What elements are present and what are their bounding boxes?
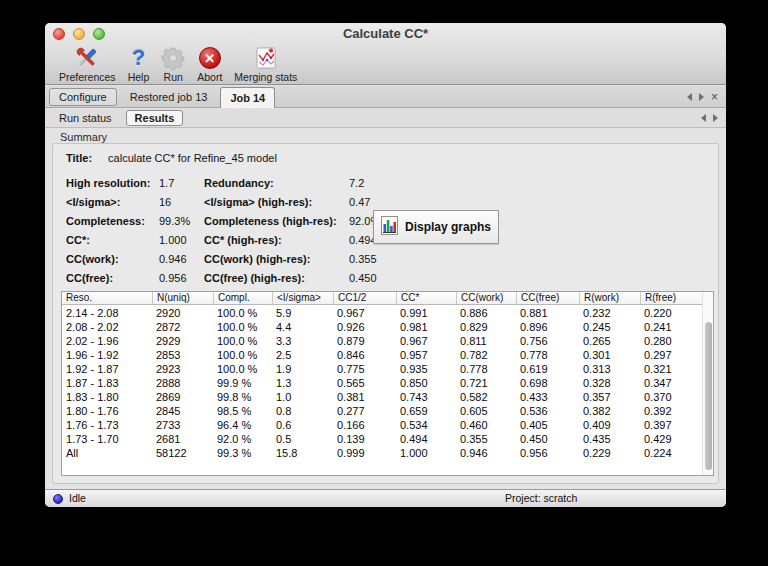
- table-cell: 2.02 - 1.96: [62, 334, 152, 348]
- table-cell: 5.9: [272, 306, 333, 320]
- summary-stat-label: <I/sigma>:: [66, 196, 159, 208]
- table-row[interactable]: 1.80 - 1.76284598.5 %0.80.2770.6590.6050…: [62, 404, 702, 418]
- column-header[interactable]: R(work): [579, 292, 640, 304]
- column-header[interactable]: CC1/2: [333, 292, 396, 304]
- summary-stat-label: CC(work):: [66, 253, 159, 265]
- table-row[interactable]: All5812299.3 %15.80.9991.0000.9460.9560.…: [62, 446, 702, 460]
- table-cell: 0.946: [456, 446, 516, 460]
- table-cell: 0.981: [396, 320, 456, 334]
- toolbar: Preferences ? Help Run ✕: [45, 45, 726, 85]
- summary-stat-label: <I/sigma> (high-res):: [204, 196, 349, 208]
- toolbar-item-label: Help: [128, 71, 150, 83]
- table-cell: 0.277: [333, 404, 396, 418]
- table-cell: 0.347: [640, 376, 702, 390]
- table-cell: 0.382: [579, 404, 640, 418]
- table-cell: 0.409: [579, 418, 640, 432]
- table-cell: 1.3: [272, 376, 333, 390]
- results-pane: Summary Title:calculate CC* for Refine_4…: [45, 129, 726, 489]
- table-cell: 0.370: [640, 390, 702, 404]
- tab-job-14[interactable]: Job 14: [220, 87, 275, 108]
- column-header[interactable]: N(uniq): [152, 292, 213, 304]
- close-tab-icon[interactable]: ×: [711, 92, 718, 102]
- table-cell: 1.92 - 1.87: [62, 362, 152, 376]
- summary-stat-label: CC*:: [66, 234, 159, 246]
- table-cell: 0.397: [640, 418, 702, 432]
- tab-restored-job-13[interactable]: Restored job 13: [121, 89, 217, 105]
- table-cell: 0.846: [333, 348, 396, 362]
- job-title-row: Title:calculate CC* for Refine_45 model: [66, 152, 277, 164]
- preferences-button[interactable]: Preferences: [53, 45, 122, 85]
- table-cell: 0.967: [333, 306, 396, 320]
- tab-results[interactable]: Results: [126, 110, 184, 126]
- table-cell: 15.8: [272, 446, 333, 460]
- table-row[interactable]: 2.08 - 2.022872100.0 %4.40.9260.9810.829…: [62, 320, 702, 334]
- title-value: calculate CC* for Refine_45 model: [108, 152, 277, 164]
- table-cell: 92.0 %: [213, 432, 272, 446]
- table-cell: 0.297: [640, 348, 702, 362]
- table-cell: 0.778: [516, 348, 579, 362]
- scroll-subtabs-left-icon[interactable]: [701, 114, 706, 122]
- summary-stat-label: CC* (high-res):: [204, 234, 349, 246]
- table-cell: 0.405: [516, 418, 579, 432]
- table-cell: 0.879: [333, 334, 396, 348]
- column-header[interactable]: Compl.: [213, 292, 272, 304]
- table-cell: 0.139: [333, 432, 396, 446]
- table-cell: 100.0 %: [213, 320, 272, 334]
- table-cell: 1.000: [396, 446, 456, 460]
- tab-scroll-controls: ×: [687, 92, 726, 102]
- summary-stat-value: 0.946: [159, 253, 204, 265]
- table-row[interactable]: 1.83 - 1.80286999.8 %1.00.3810.7430.5820…: [62, 390, 702, 404]
- desktop-background: Calculate CC*: [0, 0, 768, 566]
- table-cell: 98.5 %: [213, 404, 272, 418]
- table-cell: 0.565: [333, 376, 396, 390]
- column-header[interactable]: CC*: [396, 292, 456, 304]
- table-cell: 0.381: [333, 390, 396, 404]
- tab-configure[interactable]: Configure: [49, 88, 117, 106]
- display-graphs-label: Display graphs: [405, 220, 491, 234]
- close-window-button[interactable]: [53, 28, 65, 40]
- status-indicator-icon: [53, 494, 63, 504]
- table-cell: 0.536: [516, 404, 579, 418]
- table-cell: 1.76 - 1.73: [62, 418, 152, 432]
- table-cell: 0.220: [640, 306, 702, 320]
- table-row[interactable]: 2.02 - 1.962929100.0 %3.30.8790.9670.811…: [62, 334, 702, 348]
- table-cell: 2920: [152, 306, 213, 320]
- scroll-tabs-left-icon[interactable]: [687, 93, 692, 101]
- table-row[interactable]: 1.96 - 1.922853100.0 %2.50.8460.9570.782…: [62, 348, 702, 362]
- column-header[interactable]: CC(free): [516, 292, 579, 304]
- zoom-window-button[interactable]: [93, 28, 105, 40]
- column-header[interactable]: CC(work): [456, 292, 516, 304]
- abort-button[interactable]: ✕ Abort: [191, 45, 228, 85]
- table-cell: 0.494: [396, 432, 456, 446]
- run-button[interactable]: Run: [155, 45, 191, 85]
- display-graphs-button[interactable]: Display graphs: [373, 210, 499, 244]
- table-cell: 0.782: [456, 348, 516, 362]
- table-row[interactable]: 1.73 - 1.70268192.0 %0.50.1390.4940.3550…: [62, 432, 702, 446]
- table-cell: 0.956: [516, 446, 579, 460]
- table-row[interactable]: 1.92 - 1.872923100.0 %1.90.7750.9350.778…: [62, 362, 702, 376]
- table-scrollbar[interactable]: [702, 292, 713, 475]
- scrollbar-thumb[interactable]: [705, 322, 712, 470]
- table-row[interactable]: 1.76 - 1.73273396.4 %0.60.1660.5340.4600…: [62, 418, 702, 432]
- column-header[interactable]: Reso.: [62, 292, 152, 304]
- title-label: Title:: [66, 152, 92, 164]
- minimize-window-button[interactable]: [73, 28, 85, 40]
- table-cell: 99.9 %: [213, 376, 272, 390]
- table-cell: 0.850: [396, 376, 456, 390]
- table-cell: 0.301: [579, 348, 640, 362]
- merging-stats-button[interactable]: Merging stats: [228, 45, 303, 85]
- status-bar: Idle Project: scratch: [45, 489, 726, 507]
- table-cell: 1.83 - 1.80: [62, 390, 152, 404]
- toolbar-item-label: Merging stats: [234, 71, 297, 83]
- help-button[interactable]: ? Help: [122, 45, 156, 85]
- table-cell: 0.698: [516, 376, 579, 390]
- summary-stat-label: CC(free):: [66, 272, 159, 284]
- column-header[interactable]: <I/sigma>: [272, 292, 333, 304]
- scroll-subtabs-right-icon[interactable]: [713, 114, 718, 122]
- tab-run-status[interactable]: Run status: [51, 111, 120, 125]
- table-cell: 2923: [152, 362, 213, 376]
- scroll-tabs-right-icon[interactable]: [699, 93, 704, 101]
- table-row[interactable]: 2.14 - 2.082920100.0 %5.90.9670.9910.886…: [62, 306, 702, 320]
- table-cell: All: [62, 446, 152, 460]
- table-row[interactable]: 1.87 - 1.83288899.9 %1.30.5650.8500.7210…: [62, 376, 702, 390]
